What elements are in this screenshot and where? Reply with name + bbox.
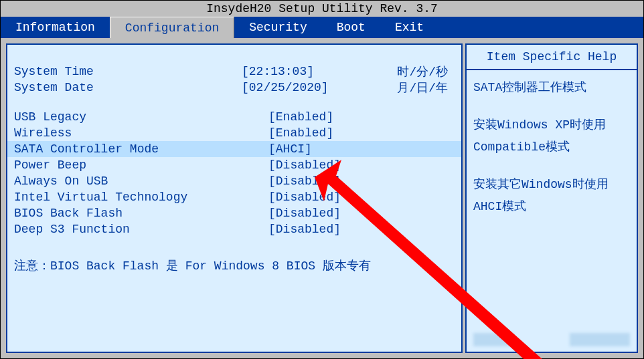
row-system-time[interactable]: System Time [22:13:03] 时/分/秒 — [14, 64, 455, 80]
value-always-on-usb[interactable]: [Disabled] — [268, 174, 341, 188]
help-body: SATA控制器工作模式 安装Windows XP时使用Compatible模式 … — [467, 70, 637, 329]
note-text: 注意：BIOS Back Flash 是 For Windows 8 BIOS … — [14, 257, 455, 273]
help-line-1: SATA控制器工作模式 — [473, 77, 630, 98]
value-usb-legacy[interactable]: [Enabled] — [268, 110, 333, 124]
tab-boot[interactable]: Boot — [322, 17, 380, 38]
label-bios-back-flash: BIOS Back Flash — [14, 207, 242, 220]
row-usb-legacy[interactable]: USB Legacy [Enabled] — [14, 109, 455, 125]
row-system-date[interactable]: System Date [02/25/2020] 月/日/年 — [14, 80, 455, 96]
row-wireless[interactable]: Wireless [Enabled] — [14, 125, 455, 141]
window-title: InsydeH20 Setup Utility Rev. 3.7 — [1, 1, 643, 17]
tab-security[interactable]: Security — [234, 17, 321, 38]
bios-window: InsydeH20 Setup Utility Rev. 3.7 Informa… — [0, 0, 644, 359]
row-deep-s3-function[interactable]: Deep S3 Function [Disabled] — [14, 221, 455, 237]
blur-block — [473, 333, 513, 346]
row-power-beep[interactable]: Power Beep [Disabled] — [14, 157, 455, 173]
label-deep-s3-function: Deep S3 Function — [14, 223, 242, 236]
label-system-time: System Time — [14, 65, 242, 78]
tab-exit[interactable]: Exit — [380, 17, 438, 38]
hint-system-date: 月/日/年 — [397, 80, 455, 96]
label-power-beep: Power Beep — [14, 158, 242, 172]
label-system-date: System Date — [14, 81, 242, 94]
tab-information[interactable]: Information — [1, 17, 110, 38]
blur-block — [570, 333, 630, 346]
label-sata-controller-mode: SATA Controller Mode — [14, 142, 242, 156]
help-bottom-bar — [467, 329, 637, 352]
menu-bar: Information Configuration Security Boot … — [1, 17, 643, 38]
label-intel-virtual-technology: Intel Virtual Technology — [14, 191, 242, 204]
content-area: System Time [22:13:03] 时/分/秒 System Date… — [1, 38, 643, 358]
value-system-time[interactable]: [22:13:03] — [242, 65, 314, 78]
help-panel: Item Specific Help SATA控制器工作模式 安装Windows… — [465, 43, 638, 353]
value-system-date[interactable]: [02/25/2020] — [242, 81, 329, 94]
value-bios-back-flash[interactable]: [Disabled] — [268, 207, 341, 220]
row-sata-controller-mode[interactable]: SATA Controller Mode [AHCI] — [7, 141, 461, 157]
tab-configuration[interactable]: Configuration — [110, 17, 234, 38]
label-always-on-usb: Always On USB — [14, 174, 242, 188]
label-wireless: Wireless — [14, 126, 242, 140]
value-intel-virtual-technology[interactable]: [Disabled] — [268, 191, 341, 204]
help-line-3: 安装其它Windows时使用AHCI模式 — [473, 174, 630, 217]
help-title: Item Specific Help — [467, 45, 637, 70]
value-deep-s3-function[interactable]: [Disabled] — [268, 223, 341, 236]
value-sata-controller-mode[interactable]: [AHCI] — [268, 142, 312, 156]
row-intel-virtual-technology[interactable]: Intel Virtual Technology [Disabled] — [14, 189, 455, 205]
row-bios-back-flash[interactable]: BIOS Back Flash [Disabled] — [14, 205, 455, 221]
row-always-on-usb[interactable]: Always On USB [Disabled] — [14, 173, 455, 189]
help-line-2: 安装Windows XP时使用Compatible模式 — [473, 114, 630, 158]
value-power-beep[interactable]: [Disabled] — [268, 158, 341, 172]
settings-panel: System Time [22:13:03] 时/分/秒 System Date… — [6, 43, 463, 353]
label-usb-legacy: USB Legacy — [14, 110, 242, 124]
hint-system-time: 时/分/秒 — [397, 64, 455, 80]
value-wireless[interactable]: [Enabled] — [268, 126, 333, 140]
